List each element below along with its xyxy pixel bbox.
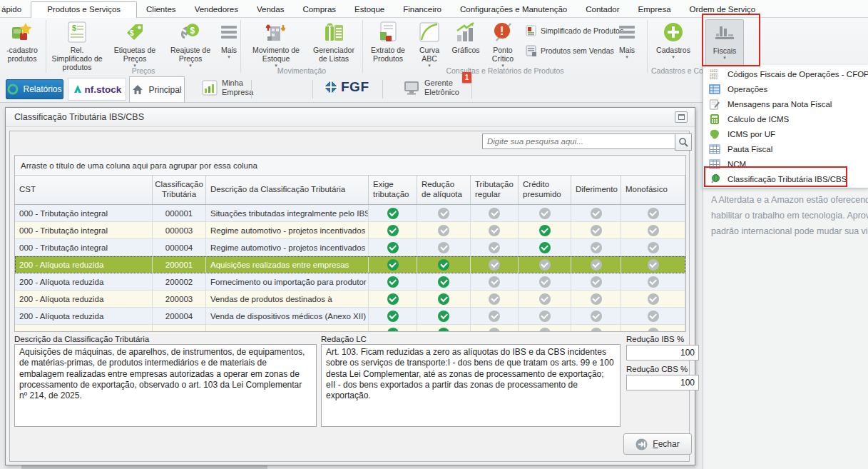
fgf-logo[interactable]: FGF — [322, 79, 369, 96]
column-header-exige[interactable]: Exige tributação — [369, 176, 417, 204]
operations-table-icon — [708, 83, 720, 95]
tab-contador[interactable]: Contador — [576, 2, 628, 17]
menu-item-operacoes[interactable]: Operações — [703, 81, 868, 96]
movimento-estoque-button[interactable]: Movimento de Estoque ▾ — [245, 19, 307, 68]
tab-vendas[interactable]: Vendas — [247, 2, 293, 17]
principal-tab[interactable]: Principal — [129, 76, 185, 102]
search-button[interactable] — [675, 133, 692, 151]
graficos-button[interactable]: Gráficos — [448, 19, 484, 54]
tab-empresa[interactable]: Empresa — [629, 2, 680, 17]
menu-item-pauta-fiscal[interactable]: Pauta Fiscal — [703, 141, 868, 156]
consultas-mais-button[interactable]: Mais ▾ — [615, 19, 639, 59]
check-icon — [539, 225, 551, 236]
calculator-icon — [708, 113, 720, 125]
minha-empresa-button[interactable]: Minha Empresa — [202, 79, 257, 96]
produtos-sem-vendas-button[interactable]: Produtos sem Vendas — [525, 44, 614, 56]
plus-circle-icon — [663, 19, 684, 45]
menu-item-calculo-icms[interactable]: Cálculo de ICMS — [703, 111, 868, 126]
etiquetas-precos-button[interactable]: $ Etiquetas de Preços ▾ — [107, 19, 163, 68]
extrato-produtos-button[interactable]: Extrato de Produtos — [365, 19, 411, 63]
curva-abc-button[interactable]: Curva ABC ▾ — [412, 19, 446, 68]
reajuste-precos-button[interactable]: $ Reajuste de Preços ▾ — [164, 19, 217, 68]
gerenciador-listas-button[interactable]: Gerenciador de Listas — [308, 19, 359, 63]
ribbon-group-movimentacao: Movimento de Estoque ▾ Gerenciador de Li… — [242, 17, 362, 76]
restore-window-icon[interactable] — [675, 111, 688, 123]
check-icon — [591, 328, 602, 332]
tab-compras[interactable]: Compras — [293, 2, 345, 17]
dialog-titlebar[interactable]: Classificação Tributária IBS/CBS — [6, 108, 695, 127]
search-input[interactable] — [482, 133, 676, 149]
annotation-box-fiscais — [702, 14, 760, 66]
precos-mais-button[interactable]: Mais ▾ — [218, 19, 240, 59]
table-row[interactable]: 200 - Alíquota reduzida 200003 Vendas de… — [15, 291, 685, 308]
column-header-diferimento[interactable]: Diferimento — [571, 176, 621, 204]
column-header-classificacao[interactable]: Classificação Tributária — [153, 176, 206, 204]
fechar-button[interactable]: Fechar — [623, 433, 692, 455]
price-tag-icon: $ — [123, 19, 146, 45]
tab-rapido[interactable]: ápido — [0, 2, 31, 17]
simplificado-produtos-button[interactable]: Simplificado de Produtos — [525, 24, 623, 36]
check-icon — [648, 328, 659, 332]
reducao-cbs-input[interactable] — [626, 375, 699, 390]
check-icon — [591, 242, 602, 253]
cell-code: 000004 — [153, 239, 206, 256]
menu-item-label: Cálculo de ICMS — [727, 115, 789, 123]
ponto-critico-button[interactable]: ! Ponto Crítico ▾ — [485, 19, 521, 68]
menu-lines-icon — [220, 19, 238, 45]
tab-estoque[interactable]: Estoque — [345, 2, 394, 17]
home-icon — [132, 84, 143, 95]
svg-text:$: $ — [130, 29, 134, 37]
cell-code: 000003 — [153, 222, 206, 239]
check-icon — [539, 242, 551, 253]
check-icon — [648, 276, 659, 288]
cadastros-button[interactable]: Cadastros ▾ — [653, 19, 693, 59]
edit-note-icon — [708, 98, 720, 110]
table-row[interactable]: 000 - Tributação integral 000004 Regime … — [15, 239, 685, 256]
redacao-textbox[interactable]: Art. 103. Ficam reduzidas a zero as alíq… — [321, 344, 621, 427]
table-row[interactable]: 200 - Alíquota reduzida 200002 Fornecime… — [15, 273, 685, 291]
column-header-descricao[interactable]: Descrição da Classificação Tributária — [206, 176, 369, 204]
tab-vendedores[interactable]: Vendedores — [185, 2, 247, 17]
chevron-down-icon: ▾ — [228, 55, 230, 59]
column-header-cst[interactable]: CST — [15, 176, 153, 204]
ribbon-group-precos: $ Rel. Simplificado de produtos $ Etique… — [47, 17, 240, 76]
cell-cst: 000 - Tributação integral — [15, 239, 153, 256]
column-header-monofasico[interactable]: Monofásico — [621, 176, 685, 204]
tab-clientes[interactable]: Clientes — [137, 2, 185, 17]
cell-desc: Regime automotivo - projetos incentivado… — [206, 239, 369, 256]
descricao-textbox[interactable]: Aquisições de máquinas, de aparelhos, de… — [14, 344, 317, 427]
gerente-eletronico-button[interactable]: Gerente Eletrônico 1 — [404, 79, 466, 96]
group-by-bar[interactable]: Arraste o título de uma coluna aqui para… — [15, 156, 685, 176]
tab-financeiro[interactable]: Financeiro — [394, 2, 451, 17]
document-products-icon — [377, 19, 399, 45]
ribbon-separator — [240, 20, 241, 73]
fgf-diamond-icon — [322, 79, 339, 96]
menu-item-icms-uf[interactable]: ICMS por UF — [703, 126, 868, 141]
tab-produtos-e-servicos[interactable]: Produtos e Serviços — [31, 1, 137, 18]
relatorios-button[interactable]: Relatórios — [6, 79, 63, 99]
menu-item-mensagens[interactable]: Mensagens para Nota Fiscal — [703, 96, 868, 111]
column-header-reducao[interactable]: Redução de alíquota — [417, 176, 471, 204]
table-row[interactable]: 000 - Tributação integral 000003 Regime … — [15, 222, 685, 239]
nfstock-logo[interactable]: nf.stock — [68, 78, 126, 101]
check-icon — [648, 293, 659, 305]
notification-panel: A Alterdata e a Amazon estão oferecendo … — [703, 186, 868, 469]
rel-simplificado-button[interactable]: $ Rel. Simplificado de produtos — [50, 19, 104, 71]
table-row-partial[interactable] — [15, 325, 685, 332]
curve-chart-icon — [418, 19, 441, 45]
cell-cst: 200 - Alíquota reduzida — [15, 291, 153, 308]
table-row[interactable]: 200 - Alíquota reduzida 200004 Venda de … — [15, 308, 685, 325]
check-icon — [539, 276, 551, 288]
table-row[interactable]: 000 - Tributação integral 000001 Situaçõ… — [15, 205, 685, 222]
column-header-regular[interactable]: Tributação regular — [471, 176, 519, 204]
check-icon — [438, 208, 449, 219]
tab-configuracoes[interactable]: Configurações e Manutenção — [451, 2, 576, 17]
table-row-selected[interactable]: 200 - Alíquota reduzida 200001 Aquisiçõe… — [15, 256, 685, 273]
check-icon — [591, 293, 602, 305]
check-icon — [438, 311, 449, 322]
precadastro-produtos-button[interactable]: -cadastro produtos — [0, 19, 44, 63]
menu-item-cfop[interactable]: 1102 1893 1603 Códigos Fiscais de Operaç… — [703, 66, 868, 81]
cell-cst: 200 - Alíquota reduzida — [15, 273, 153, 291]
reducao-ibs-input[interactable] — [626, 345, 699, 360]
column-header-credito[interactable]: Crédito presumido — [519, 176, 571, 204]
